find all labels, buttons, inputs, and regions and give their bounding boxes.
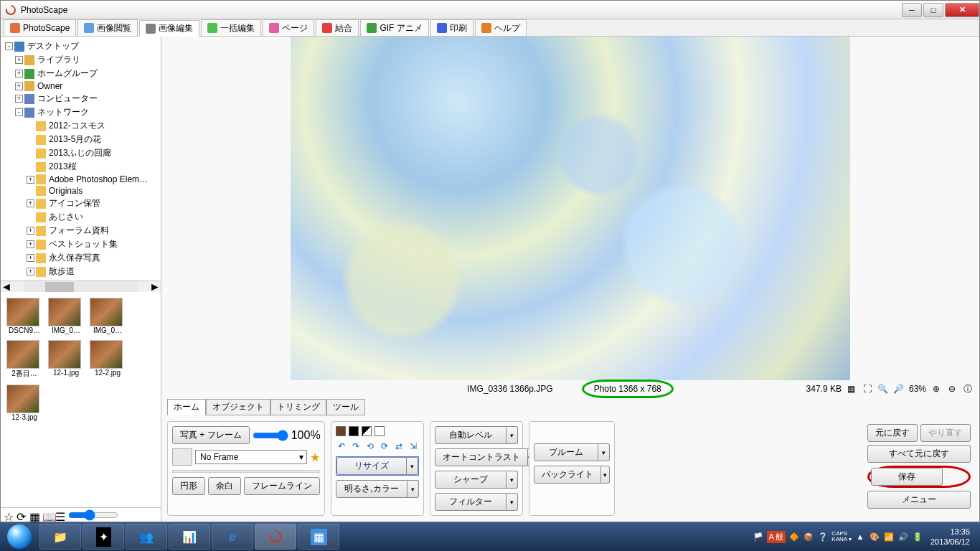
expand-icon[interactable]: - [15,108,23,116]
taskbar-photoscape[interactable] [255,524,296,550]
tray-power-icon[interactable]: 🔋 [912,531,923,542]
photo-frame-button[interactable]: 写真 + フレーム [172,426,250,444]
tree-item-7[interactable]: 2013ふじの回廊 [4,146,158,160]
expand-icon[interactable]: + [15,83,23,90]
brightness-dd[interactable]: ▾ [407,480,419,498]
expand-icon[interactable]: + [27,254,34,262]
expand-icon[interactable]: + [27,176,34,184]
expand-icon[interactable]: + [15,95,23,103]
thumb-2[interactable]: IMG_0… [90,298,126,334]
filter-dd[interactable]: ▾ [507,493,518,511]
expand-icon[interactable]: - [5,42,13,50]
tray-av-icon[interactable]: 🎨 [869,531,880,542]
rotate-left-icon[interactable]: ⟲ [364,441,376,452]
editor-tab-0[interactable]: ホーム [167,399,206,415]
tab-0[interactable]: PhotoScape [4,19,76,36]
tab-8[interactable]: ヘルプ [475,19,527,36]
tree-item-13[interactable]: +フォーラム資料 [4,224,158,237]
ime-caps[interactable]: CAPSKANA ▾ [831,531,852,542]
frame-star-icon[interactable]: ★ [310,451,320,464]
tray-icon2[interactable]: 📦 [803,531,814,542]
tree-item-3[interactable]: +コンピューター [4,92,158,105]
tray-flag-icon[interactable]: 🏳️ [753,531,764,542]
book-icon[interactable]: 📖 [42,510,52,520]
maximize-button[interactable]: □ [923,3,943,17]
zoom-reset-icon[interactable]: 🔍 [877,383,889,395]
tray-help-icon[interactable]: ❔ [817,531,829,542]
tree-item-10[interactable]: Originals [4,185,158,197]
frameline-button[interactable]: フレームライン [244,477,320,495]
circle-button[interactable]: 円形 [172,477,205,495]
titlebar[interactable]: PhotoScape ─ □ ✕ [1,1,979,19]
info-icon[interactable]: ⓘ [962,383,974,395]
level-icon[interactable]: ⇲ [407,441,419,452]
expand-icon[interactable]: + [27,240,34,248]
flip-h-icon[interactable]: ⇄ [393,441,405,452]
tray-volume-icon[interactable]: 🔊 [897,531,909,542]
margin-button[interactable]: 余白 [208,477,241,495]
expand-icon[interactable]: + [27,268,34,276]
frame-select[interactable]: No Frame [195,450,307,464]
clock[interactable]: 13:352013/06/12 [926,527,974,547]
sharpen-button[interactable]: シャープ [435,471,507,489]
taskbar[interactable]: 📁 ✦ 👥 📊 e ▦ 🏳️ A 般 🔶 📦 ❔ CAPSKANA ▾ ▲ 🎨 … [0,522,980,551]
taskbar-excel[interactable]: 📊 [169,524,210,550]
backlight-dd[interactable]: ▾ [601,466,610,484]
grid-icon[interactable]: ▦ [29,510,39,520]
expand-icon[interactable]: + [15,70,23,77]
tray-network-icon[interactable]: 📶 [883,531,895,542]
tree-item-15[interactable]: +永久保存写真 [4,251,158,265]
thumb-4[interactable]: 12-1.jpg [48,340,84,379]
redo-button[interactable]: やり直す [920,424,971,442]
tab-1[interactable]: 画像閲覧 [77,19,138,36]
editor-tab-2[interactable]: トリミング [270,399,326,415]
tray-expand-icon[interactable]: ▲ [854,531,866,542]
editor-tab-3[interactable]: ツール [326,399,365,415]
tree-item-1[interactable]: +ホームグループ [4,67,158,80]
checker-icon[interactable]: ▦ [846,383,857,395]
swatch-brown[interactable] [336,426,346,436]
thumb-size-slider[interactable] [68,512,118,519]
minimize-button[interactable]: ─ [902,3,922,17]
ime-indicator[interactable]: A 般 [767,531,786,543]
redo-icon[interactable]: ↷ [350,441,362,452]
taskbar-app1[interactable]: ✦ [83,524,124,550]
taskbar-explorer[interactable]: 📁 [39,524,81,550]
tree-root[interactable]: -デスクトップ [4,39,158,53]
taskbar-app2[interactable]: ▦ [298,524,339,550]
bloom-button[interactable]: ブルーム [534,443,598,461]
list-icon[interactable]: ☰ [55,510,65,520]
thumb-1[interactable]: IMG_0… [48,298,84,334]
tab-5[interactable]: 結合 [316,19,359,36]
thumb-6[interactable]: 12-3.jpg [6,385,42,421]
taskbar-ie[interactable]: e [212,524,253,550]
resize-button[interactable]: リサイズ [336,457,407,475]
folder-tree[interactable]: -デスクトップ+ライブラリ+ホームグループ+Owner+コンピューター-ネットワ… [1,37,161,281]
tree-item-0[interactable]: +ライブラリ [4,53,158,67]
backlight-button[interactable]: バックライト [534,466,601,484]
tree-item-8[interactable]: 2013桜 [4,160,158,174]
expand-icon[interactable]: + [27,227,34,235]
undo-icon[interactable]: ↶ [336,441,347,452]
tab-4[interactable]: ページ [263,19,314,36]
tree-hscrollbar[interactable]: ◄► [1,281,161,292]
resize-dd[interactable]: ▾ [407,457,418,475]
bloom-dd[interactable]: ▾ [598,443,610,461]
expand-icon[interactable]: + [27,199,34,207]
expand-icon[interactable]: + [15,56,23,64]
undo-all-button[interactable]: すべて元に戻す [867,445,971,463]
fit-icon[interactable]: ⛶ [862,383,873,395]
thumb-0[interactable]: DSCN9… [6,298,42,334]
frame-slider2[interactable] [172,470,320,473]
undo-button[interactable]: 元に戻す [867,424,918,442]
filter-button[interactable]: フィルター [435,493,507,511]
tray-icon1[interactable]: 🔶 [788,531,800,542]
tab-6[interactable]: GIF アニメ [360,19,428,36]
tree-item-2[interactable]: +Owner [4,80,158,92]
editor-tab-1[interactable]: オブジェクト [206,399,270,415]
tree-item-14[interactable]: +ベストショット集 [4,237,158,251]
tree-item-4[interactable]: -ネットワーク [4,105,158,119]
tree-item-16[interactable]: +散歩道 [4,265,158,278]
menu-button[interactable]: メニュー [867,491,971,509]
taskbar-messenger[interactable]: 👥 [126,524,167,550]
